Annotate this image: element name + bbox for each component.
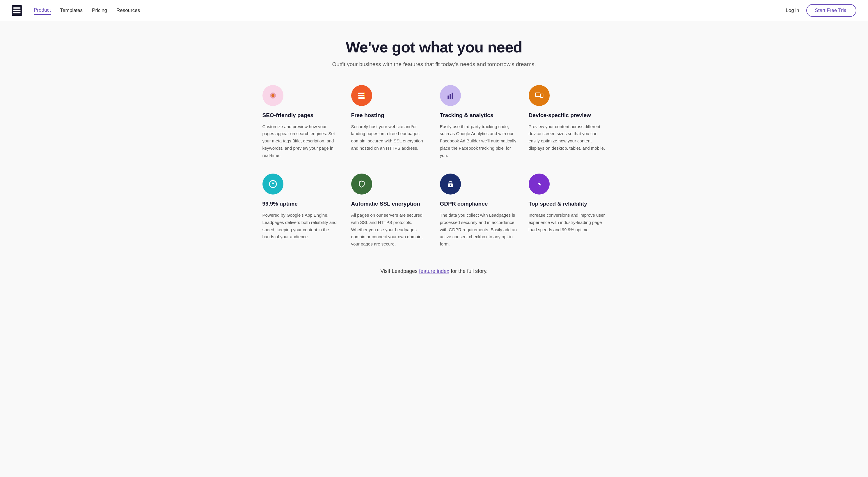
svg-rect-2 [13, 10, 20, 11]
svg-rect-1 [13, 7, 20, 9]
svg-marker-20 [272, 182, 274, 184]
svg-rect-16 [536, 93, 540, 96]
tracking-desc: Easily use third-party tracking code, su… [440, 123, 517, 159]
logo[interactable] [12, 5, 22, 16]
gdpr-icon [445, 179, 456, 189]
nav-resources[interactable]: Resources [116, 6, 140, 14]
svg-point-10 [364, 95, 365, 96]
section-subtitle: Outfit your business with the features t… [262, 61, 606, 67]
svg-marker-23 [538, 181, 541, 187]
speed-title: Top speed & reliability [529, 200, 606, 208]
device-icon-wrap [529, 85, 550, 106]
uptime-icon-wrap [262, 174, 283, 195]
svg-rect-13 [450, 94, 451, 99]
gdpr-desc: The data you collect with Leadpages is p… [440, 212, 517, 248]
nav-links: Product Templates Pricing Resources [34, 6, 786, 15]
device-icon [534, 90, 545, 101]
section-title: We've got what you need [262, 38, 606, 56]
hosting-icon-wrap [351, 85, 372, 106]
ssl-icon [356, 179, 367, 189]
feature-device: Device-specific preview Preview your con… [529, 85, 606, 159]
uptime-icon [268, 179, 278, 189]
feature-uptime: 99.9% uptime Powered by Google's App Eng… [262, 174, 340, 247]
feature-seo: SEO-friendly pages Customize and preview… [262, 85, 340, 159]
hosting-title: Free hosting [351, 112, 428, 119]
svg-rect-14 [452, 93, 453, 99]
svg-point-11 [364, 97, 365, 99]
section-header: We've got what you need Outfit your busi… [262, 38, 606, 67]
nav-pricing[interactable]: Pricing [92, 6, 107, 14]
seo-icon [268, 90, 278, 101]
ssl-icon-wrap [351, 174, 372, 195]
footer-cta: Visit Leadpages feature index for the fu… [262, 268, 606, 274]
speed-icon-wrap [529, 174, 550, 195]
svg-rect-12 [447, 95, 449, 99]
nav-product[interactable]: Product [34, 6, 51, 15]
tracking-icon [445, 90, 456, 101]
svg-rect-18 [541, 94, 543, 97]
hosting-icon [356, 90, 367, 101]
uptime-title: 99.9% uptime [262, 200, 340, 208]
hosting-desc: Securely host your website and/or landin… [351, 123, 428, 152]
svg-rect-3 [13, 12, 20, 13]
gdpr-icon-wrap [440, 174, 461, 195]
device-title: Device-specific preview [529, 112, 606, 119]
navbar-actions: Log in Start Free Trial [786, 4, 856, 17]
seo-title: SEO-friendly pages [262, 112, 340, 119]
gdpr-title: GDPR compliance [440, 200, 517, 208]
seo-desc: Customize and preview how your pages app… [262, 123, 340, 159]
seo-icon-wrap [262, 85, 283, 106]
ssl-title: Automatic SSL encryption [351, 200, 428, 208]
footer-cta-post: for the full story. [449, 268, 488, 274]
login-link[interactable]: Log in [786, 7, 799, 13]
feature-ssl: Automatic SSL encryption All pages on ou… [351, 174, 428, 247]
main-content: We've got what you need Outfit your busi… [245, 21, 623, 298]
navbar: Product Templates Pricing Resources Log … [0, 0, 868, 21]
device-desc: Preview your content across different de… [529, 123, 606, 152]
svg-point-9 [364, 93, 365, 94]
tracking-icon-wrap [440, 85, 461, 106]
tracking-title: Tracking & analytics [440, 112, 517, 119]
feature-gdpr: GDPR compliance The data you collect wit… [440, 174, 517, 247]
svg-point-22 [450, 185, 451, 186]
svg-point-5 [272, 94, 274, 97]
feature-tracking: Tracking & analytics Easily use third-pa… [440, 85, 517, 159]
feature-index-link[interactable]: feature index [419, 268, 449, 274]
speed-icon [534, 179, 545, 189]
speed-desc: Increase conversions and improve user ex… [529, 212, 606, 233]
feature-hosting: Free hosting Securely host your website … [351, 85, 428, 159]
nav-templates[interactable]: Templates [60, 6, 83, 14]
svg-point-19 [270, 181, 276, 187]
feature-speed: Top speed & reliability Increase convers… [529, 174, 606, 247]
uptime-desc: Powered by Google's App Engine, Leadpage… [262, 212, 340, 241]
features-grid: SEO-friendly pages Customize and preview… [262, 85, 606, 248]
start-trial-button[interactable]: Start Free Trial [806, 4, 856, 17]
footer-cta-pre: Visit Leadpages [380, 268, 419, 274]
ssl-desc: All pages on our servers are secured wit… [351, 212, 428, 248]
